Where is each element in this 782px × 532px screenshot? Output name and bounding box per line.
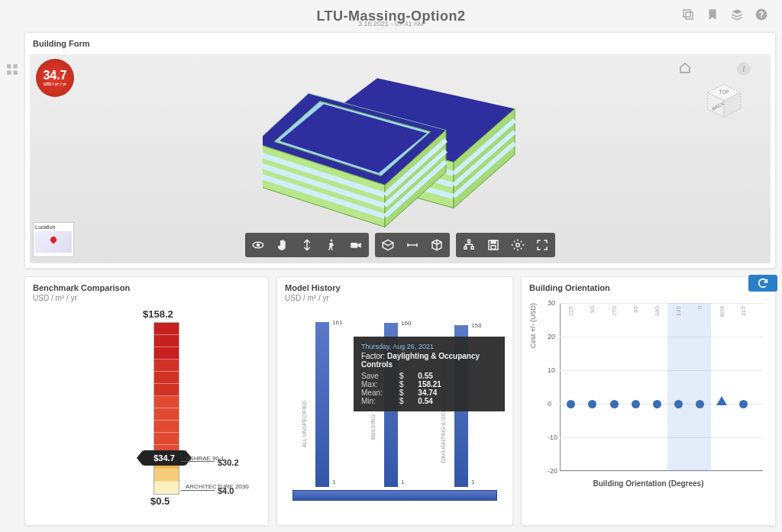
dolly-icon[interactable] bbox=[299, 237, 315, 253]
orientation-panel: Building Orientation Cost +/- (USD) Buil… bbox=[521, 276, 776, 526]
x-tick: 0 bbox=[696, 306, 703, 309]
refresh-button[interactable] bbox=[748, 275, 777, 292]
svg-point-35 bbox=[331, 240, 333, 242]
ref-value: $4.0 bbox=[218, 486, 234, 495]
pan-hand-icon[interactable] bbox=[274, 237, 291, 253]
building-form-panel: Building Form bbox=[24, 32, 776, 269]
location-label: Location bbox=[35, 224, 72, 230]
app-header: LTU-Massing-Option2 3.16.2021 - 07:41 AM… bbox=[0, 0, 782, 32]
x-tick: 225 bbox=[567, 306, 574, 316]
svg-rect-5 bbox=[14, 64, 18, 68]
bar-label: BUILDING bbox=[370, 414, 376, 440]
y-tick: -10 bbox=[548, 434, 557, 441]
highlight-band bbox=[667, 303, 710, 471]
cube-icon[interactable] bbox=[428, 237, 445, 253]
location-thumbnail[interactable]: Location bbox=[33, 222, 74, 257]
bar-top-value: 161 bbox=[332, 319, 342, 326]
measure-icon[interactable] bbox=[404, 237, 421, 253]
viewer-toolbar bbox=[245, 233, 555, 257]
y-tick: 30 bbox=[548, 299, 555, 307]
layers-icon[interactable] bbox=[730, 8, 744, 21]
eui-unit: USD / m² / yr bbox=[44, 82, 66, 86]
home-icon[interactable] bbox=[679, 62, 691, 76]
x-axis-title: Building Orientation (Degrees) bbox=[593, 479, 703, 488]
tooltip-date: Thursday, Aug 26, 2021 bbox=[361, 343, 497, 350]
y-axis-label: Cost +/- (USD) bbox=[529, 303, 537, 348]
toolbar-group-app bbox=[456, 233, 555, 257]
settings-gear-icon[interactable] bbox=[509, 237, 526, 253]
orbit-icon[interactable] bbox=[250, 237, 267, 253]
bar-top-value: 158 bbox=[471, 322, 481, 329]
ref-value: $30.2 bbox=[218, 458, 239, 467]
svg-rect-37 bbox=[468, 240, 470, 242]
copy-icon[interactable] bbox=[681, 8, 695, 21]
orientation-chart[interactable]: Cost +/- (USD) Building Orientation (Deg… bbox=[529, 298, 767, 489]
building-model bbox=[263, 71, 538, 231]
walk-icon[interactable] bbox=[323, 237, 340, 253]
panel-title: Benchmark Comparison bbox=[25, 277, 268, 294]
bar-base-value: 1 bbox=[332, 479, 335, 485]
panel-title: Model History bbox=[277, 277, 512, 294]
benchmark-panel: Benchmark Comparison USD / m² / yr $158.… bbox=[24, 276, 269, 526]
bar-top-value: 160 bbox=[401, 320, 411, 327]
help-icon[interactable]: ? bbox=[755, 8, 768, 21]
y-tick: 10 bbox=[548, 366, 555, 374]
dashboard-grid-icon[interactable] bbox=[5, 63, 19, 76]
box-open-icon[interactable] bbox=[380, 237, 396, 253]
tree-icon[interactable] bbox=[460, 237, 477, 253]
svg-rect-1 bbox=[686, 12, 693, 19]
svg-point-43 bbox=[516, 243, 520, 247]
data-point[interactable] bbox=[739, 400, 748, 408]
camera-icon[interactable] bbox=[347, 237, 364, 253]
history-baseline-bar bbox=[292, 490, 497, 501]
benchmark-gauge: $158.2 $34.7 ASHRAE 90.1 $30.2 ARCHITECT… bbox=[25, 308, 268, 505]
fullscreen-icon[interactable] bbox=[534, 237, 551, 253]
toolbar-group-model bbox=[375, 233, 450, 257]
bar-base-value: 1 bbox=[471, 479, 474, 485]
bar-label: ALL UNSPECIFIED bbox=[302, 401, 307, 447]
gauge-max: $158.2 bbox=[143, 308, 173, 320]
header-icon-row: ? bbox=[681, 8, 768, 21]
current-marker-icon bbox=[716, 396, 727, 405]
x-tick: 135 bbox=[675, 306, 682, 316]
svg-rect-38 bbox=[464, 247, 467, 249]
info-icon[interactable]: i bbox=[737, 62, 751, 76]
bar-base-value: 1 bbox=[401, 479, 404, 485]
data-point[interactable] bbox=[610, 400, 619, 408]
x-tick: 315 bbox=[740, 306, 747, 316]
data-point[interactable] bbox=[632, 400, 640, 408]
x-tick: 180 bbox=[654, 306, 661, 316]
svg-rect-4 bbox=[7, 64, 11, 68]
svg-rect-41 bbox=[491, 240, 496, 243]
eui-badge: 34.7 USD / m² / yr bbox=[36, 59, 74, 97]
ref-line bbox=[181, 490, 215, 491]
map-pin-icon bbox=[49, 236, 57, 244]
svg-rect-0 bbox=[683, 10, 690, 17]
svg-rect-6 bbox=[7, 71, 11, 75]
location-map bbox=[35, 231, 72, 253]
viewcube[interactable]: TOP BACK bbox=[703, 80, 745, 121]
toolbar-group-nav bbox=[245, 233, 369, 257]
x-tick: 270 bbox=[611, 306, 618, 316]
svg-text:TOP: TOP bbox=[719, 89, 729, 95]
y-tick: -20 bbox=[548, 467, 557, 475]
svg-rect-42 bbox=[491, 246, 496, 250]
tooltip-factor-label: Factor: bbox=[361, 352, 385, 360]
x-tick: BIM bbox=[719, 306, 725, 317]
save-icon[interactable] bbox=[485, 237, 502, 253]
bookmark-icon[interactable] bbox=[706, 8, 719, 21]
data-point[interactable] bbox=[653, 400, 661, 408]
panel-title: Building Orientation bbox=[522, 277, 775, 294]
svg-rect-39 bbox=[471, 247, 473, 249]
x-tick: 45 bbox=[632, 306, 639, 313]
history-chart[interactable]: 161 1 ALL UNSPECIFIED 160 1 BUILDING 158… bbox=[285, 310, 505, 501]
history-bar[interactable] bbox=[315, 322, 329, 487]
y-tick: 20 bbox=[548, 333, 555, 340]
eui-value: 34.7 bbox=[43, 69, 66, 82]
current-marker: $34.7 bbox=[143, 450, 186, 466]
gauge-min: $0.5 bbox=[150, 495, 170, 507]
panel-title: Building Form bbox=[25, 33, 775, 50]
left-rail bbox=[0, 32, 24, 532]
model-viewport[interactable] bbox=[30, 54, 771, 263]
model-history-panel: Model History USD / m² / yr 161 1 ALL UN… bbox=[276, 276, 513, 526]
